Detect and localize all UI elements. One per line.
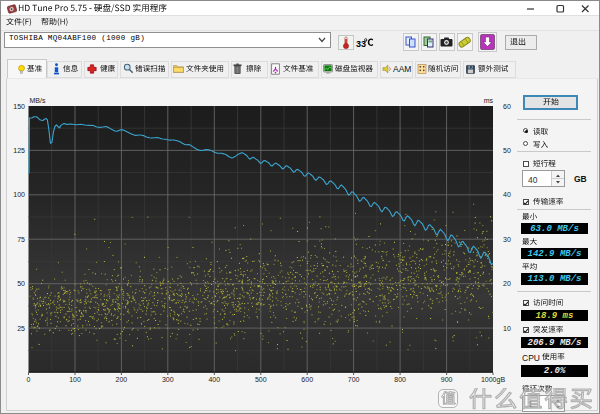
- svg-text:60: 60: [503, 103, 511, 110]
- svg-text:0: 0: [27, 376, 31, 383]
- svg-text:75: 75: [17, 236, 25, 243]
- svg-text:700: 700: [348, 376, 360, 383]
- svg-text:800: 800: [394, 376, 406, 383]
- svg-text:150: 150: [13, 103, 25, 110]
- svg-text:600: 600: [301, 376, 313, 383]
- svg-text:400: 400: [208, 376, 220, 383]
- svg-text:125: 125: [13, 147, 25, 154]
- svg-text:200: 200: [116, 376, 128, 383]
- svg-text:50: 50: [503, 147, 511, 154]
- svg-text:100: 100: [69, 376, 81, 383]
- svg-text:20: 20: [503, 280, 511, 287]
- svg-text:ms: ms: [484, 97, 494, 104]
- svg-text:40: 40: [503, 191, 511, 198]
- svg-text:900: 900: [441, 376, 453, 383]
- svg-text:1000gB: 1000gB: [481, 376, 505, 384]
- svg-text:10: 10: [503, 325, 511, 332]
- svg-text:500: 500: [255, 376, 267, 383]
- svg-text:MB/s: MB/s: [30, 97, 46, 104]
- svg-text:25: 25: [17, 325, 25, 332]
- svg-text:300: 300: [162, 376, 174, 383]
- svg-text:50: 50: [17, 280, 25, 287]
- svg-text:100: 100: [13, 191, 25, 198]
- svg-text:30: 30: [503, 236, 511, 243]
